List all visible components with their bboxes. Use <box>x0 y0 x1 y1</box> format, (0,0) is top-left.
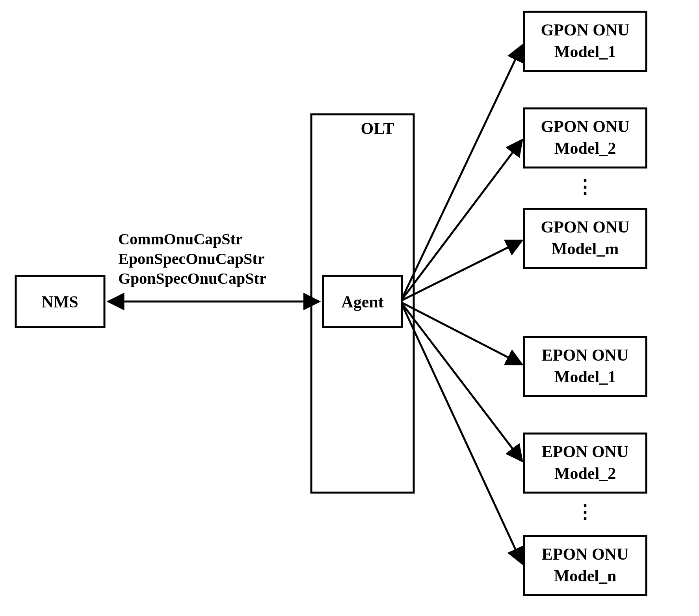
edge-agent-epon2 <box>402 303 522 461</box>
onu-epon-1-line1: EPON ONU <box>542 346 629 364</box>
onu-gpon-m-line1: GPON ONU <box>541 218 629 236</box>
onu-gpon-1-line2: Model_1 <box>554 43 616 61</box>
edge-agent-gpon2 <box>402 140 522 300</box>
onu-epon-n-line2: Model_n <box>554 567 617 585</box>
ellipsis-epon: ⋮ <box>576 501 595 522</box>
edge-agent-epon1 <box>402 303 522 365</box>
edge-label-2: EponSpecOnuCapStr <box>118 250 264 268</box>
nms-box: NMS <box>16 276 104 327</box>
edge-agent-gponm <box>402 240 522 300</box>
onu-gpon-2-line2: Model_2 <box>554 139 616 157</box>
edge-label-3: GponSpecOnuCapStr <box>118 270 266 287</box>
onu-epon-1: EPON ONU Model_1 <box>524 337 646 396</box>
onu-gpon-1-line1: GPON ONU <box>541 21 629 39</box>
edge-label-1: CommOnuCapStr <box>118 230 243 248</box>
agent-box: Agent <box>323 276 402 327</box>
onu-gpon-2-line1: GPON ONU <box>541 117 629 136</box>
edge-agent-gpon1 <box>402 45 522 299</box>
agent-label: Agent <box>341 293 383 311</box>
onu-gpon-m-line2: Model_m <box>552 240 619 258</box>
edge-agent-eponn <box>402 304 522 564</box>
ellipsis-gpon: ⋮ <box>576 176 595 197</box>
onu-epon-2-line2: Model_2 <box>554 464 616 482</box>
onu-epon-2-line1: EPON ONU <box>542 443 629 461</box>
diagram-canvas: NMS OLT Agent CommOnuCapStr EponSpecOnuC… <box>0 0 699 616</box>
onu-gpon-1: GPON ONU Model_1 <box>524 12 646 71</box>
onu-epon-1-line2: Model_1 <box>554 368 616 386</box>
onu-epon-n: EPON ONU Model_n <box>524 536 646 595</box>
nms-label: NMS <box>41 293 78 311</box>
olt-label: OLT <box>361 119 394 138</box>
onu-epon-2: EPON ONU Model_2 <box>524 434 646 493</box>
onu-epon-n-line1: EPON ONU <box>542 545 629 563</box>
onu-gpon-2: GPON ONU Model_2 <box>524 108 646 167</box>
onu-gpon-m: GPON ONU Model_m <box>524 209 646 268</box>
